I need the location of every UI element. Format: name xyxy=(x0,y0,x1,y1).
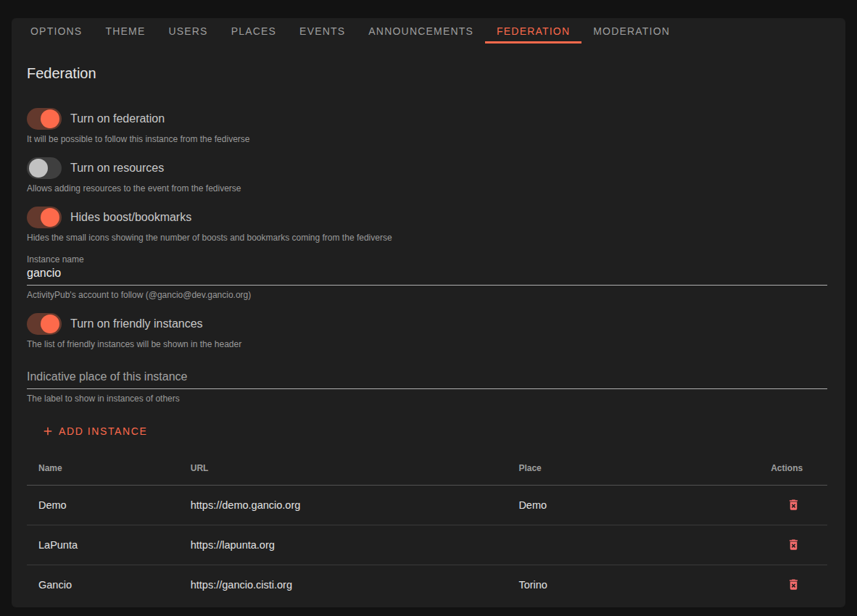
admin-tabs: OPTIONS THEME USERS PLACES EVENTS ANNOUN… xyxy=(12,18,845,43)
friendly-toggle-label: Turn on friendly instances xyxy=(70,317,203,330)
instance-place-field: The label to show in instances of others xyxy=(27,368,827,404)
resources-toggle-label: Turn on resources xyxy=(70,162,164,175)
instance-name-hint: ActivityPub's account to follow (@gancio… xyxy=(27,290,827,300)
federation-toggle-row: Turn on federation xyxy=(27,108,827,130)
instance-place-input[interactable] xyxy=(27,368,827,389)
instance-place xyxy=(507,525,759,565)
column-header-actions: Actions xyxy=(759,451,827,486)
toggle-thumb xyxy=(29,159,48,178)
add-instance-button[interactable]: ADD INSTANCE xyxy=(36,418,153,444)
column-header-url: URL xyxy=(179,451,508,486)
federation-toggle-label: Turn on federation xyxy=(70,112,165,125)
boost-toggle-row: Hides boost/bookmarks xyxy=(27,207,827,228)
friendly-instances-toggle[interactable] xyxy=(27,313,62,335)
resources-toggle-row: Turn on resources xyxy=(27,157,827,179)
tab-announcements[interactable]: ANNOUNCEMENTS xyxy=(357,18,485,43)
toggle-thumb xyxy=(41,208,59,227)
tab-places[interactable]: PLACES xyxy=(220,18,288,43)
plus-icon xyxy=(41,425,54,438)
instance-url: https://demo.gancio.org xyxy=(179,486,508,525)
trusted-instances-table: Name URL Place Actions Demo https://demo… xyxy=(27,451,827,604)
instance-place-hint: The label to show in instances of others xyxy=(27,394,827,404)
tab-theme[interactable]: THEME xyxy=(94,18,157,43)
column-header-name: Name xyxy=(27,451,179,486)
boost-toggle-label: Hides boost/bookmarks xyxy=(70,211,191,224)
instance-url: https://lapunta.org xyxy=(179,525,508,565)
column-header-place: Place xyxy=(507,451,759,486)
table-header-row: Name URL Place Actions xyxy=(27,451,827,486)
friendly-toggle-row: Turn on friendly instances xyxy=(27,313,827,335)
instance-name-input[interactable] xyxy=(27,265,827,286)
boost-toggle-hint: Hides the small icons showing the number… xyxy=(27,233,827,243)
boost-toggle[interactable] xyxy=(27,207,62,228)
instance-name: LaPunta xyxy=(27,525,179,565)
trash-icon xyxy=(787,538,800,552)
toggle-thumb xyxy=(41,315,59,333)
trash-icon xyxy=(787,578,800,591)
tab-users[interactable]: USERS xyxy=(157,18,219,43)
admin-settings-card: OPTIONS THEME USERS PLACES EVENTS ANNOUN… xyxy=(12,18,845,607)
instance-url: https://gancio.cisti.org xyxy=(179,565,508,605)
resources-toggle-hint: Allows adding resources to the event fro… xyxy=(27,183,827,193)
add-instance-label: ADD INSTANCE xyxy=(59,425,147,437)
table-row: Demo https://demo.gancio.org Demo xyxy=(27,486,827,525)
friendly-toggle-hint: The list of friendly instances will be s… xyxy=(27,339,827,349)
instance-place: Demo xyxy=(507,486,759,525)
instance-place: Torino xyxy=(507,565,759,605)
page-title: Federation xyxy=(27,65,827,82)
trash-icon xyxy=(787,498,800,512)
tab-options[interactable]: OPTIONS xyxy=(19,18,94,43)
table-row: LaPunta https://lapunta.org xyxy=(27,525,827,565)
instance-name: Demo xyxy=(27,486,179,525)
federation-toggle-hint: It will be possible to follow this insta… xyxy=(27,134,827,144)
resources-toggle[interactable] xyxy=(27,157,62,179)
delete-instance-button[interactable] xyxy=(785,576,802,593)
tab-federation[interactable]: FEDERATION xyxy=(485,18,581,43)
federation-settings: Federation Turn on federation It will be… xyxy=(12,65,845,604)
tab-events[interactable]: EVENTS xyxy=(288,18,357,43)
table-row: Gancio https://gancio.cisti.org Torino xyxy=(27,565,827,605)
delete-instance-button[interactable] xyxy=(785,496,802,513)
instance-name-field: Instance name ActivityPub's account to f… xyxy=(27,254,827,300)
instance-name: Gancio xyxy=(27,565,179,605)
tab-moderation[interactable]: MODERATION xyxy=(581,18,682,43)
federation-toggle[interactable] xyxy=(27,108,62,130)
toggle-thumb xyxy=(41,109,59,128)
delete-instance-button[interactable] xyxy=(785,536,802,553)
instance-name-label: Instance name xyxy=(27,254,827,265)
